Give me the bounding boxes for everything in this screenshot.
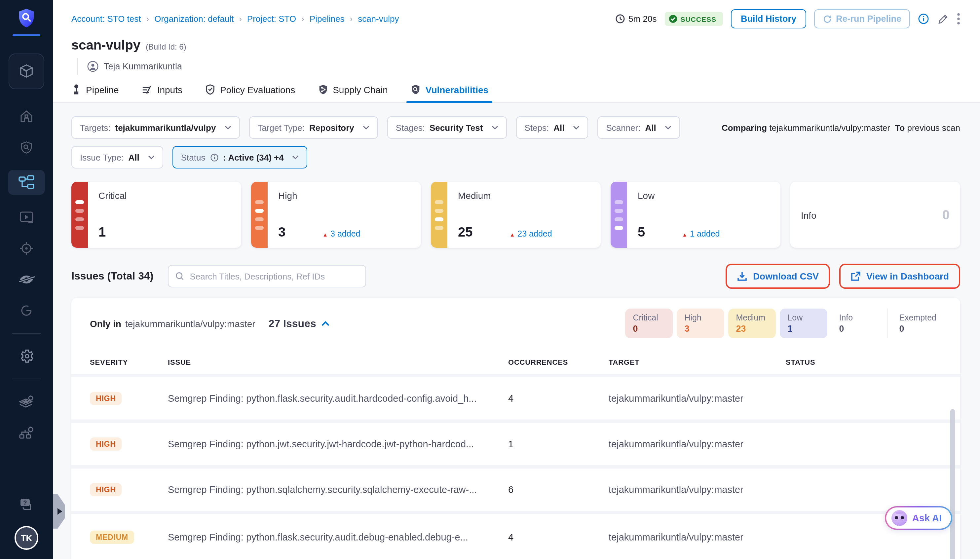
search-input[interactable]	[190, 271, 359, 281]
build-history-button[interactable]: Build History	[731, 9, 806, 28]
sidebar-item-pipelines-active[interactable]	[8, 170, 45, 195]
breadcrumb-current[interactable]: scan-vulpy	[358, 14, 399, 24]
sidebar-item-security-overview[interactable]	[8, 139, 45, 156]
vulnerabilities-shield-icon	[410, 84, 421, 95]
sidebar-item-exemptions[interactable]	[8, 271, 45, 288]
expand-arrow-icon	[57, 508, 62, 515]
severity-badge: HIGH	[90, 392, 122, 405]
download-icon	[737, 271, 748, 281]
chevron-down-icon	[573, 126, 580, 129]
pencil-icon	[937, 13, 949, 25]
table-row[interactable]: MEDIUM Semgrep Finding: python.flask.sec…	[71, 514, 960, 559]
download-csv-button[interactable]: Download CSV	[726, 264, 830, 289]
tab-supply-chain[interactable]: Supply Chain	[317, 84, 388, 103]
target-crosshair-icon	[18, 240, 35, 256]
page-title: scan-vulpy	[71, 38, 140, 53]
breadcrumb-account-link[interactable]: Account: STO test	[71, 14, 141, 24]
sidebar-item-org-settings[interactable]	[8, 393, 45, 410]
filter-target-type[interactable]: Target Type:Repository	[249, 116, 378, 139]
tab-policy-evaluations[interactable]: Policy Evaluations	[205, 84, 295, 103]
issues-total-heading: Issues (Total 34)	[71, 270, 153, 282]
breadcrumb-separator: ›	[239, 14, 242, 24]
added-delta: ▲3 added	[322, 229, 360, 238]
chevron-down-icon	[665, 126, 671, 129]
module-selector-button[interactable]	[8, 53, 44, 89]
severity-count-chips: Critical0 High3 Medium23 Low1 Info0 Exem…	[621, 309, 944, 338]
view-in-dashboard-button[interactable]: View in Dashboard	[839, 264, 960, 289]
clock-icon	[615, 14, 625, 24]
card-label: Critical	[99, 190, 231, 201]
up-triangle-icon: ▲	[322, 232, 328, 238]
rerun-pipeline-button[interactable]: Re-run Pipeline	[814, 9, 910, 28]
issue-title[interactable]: Semgrep Finding: python.flask.security.a…	[168, 532, 508, 542]
group-issue-count: 27 Issues	[269, 318, 330, 329]
sidebar-item-account-resources[interactable]	[8, 424, 45, 442]
filter-targets[interactable]: Targets:tejakummarikuntla/vulpy	[71, 116, 240, 139]
target-name: tejakummarikuntla/vulpy:master	[609, 532, 786, 542]
added-delta: ▲23 added	[510, 229, 552, 238]
severity-card-medium[interactable]: Medium 25 ▲23 added	[431, 182, 601, 248]
eye-off-icon	[18, 272, 35, 287]
card-label: Medium	[458, 190, 590, 201]
issues-search[interactable]	[168, 265, 366, 288]
more-options-button[interactable]	[957, 13, 960, 25]
user-avatar[interactable]: TK	[15, 526, 38, 550]
card-label: High	[278, 190, 410, 201]
build-duration: 5m 20s	[615, 14, 656, 24]
filter-status[interactable]: Status : Active (34) +4	[172, 146, 307, 169]
severity-card-info[interactable]: Info 0	[790, 182, 960, 248]
issues-table-panel: Only in tejakummarikuntla/vulpy:master 2…	[71, 298, 960, 559]
sidebar-item-home[interactable]	[8, 108, 45, 125]
table-row[interactable]: HIGH Semgrep Finding: python.flask.secur…	[71, 377, 960, 420]
card-label: Low	[638, 190, 770, 201]
tab-pipeline[interactable]: Pipeline	[71, 84, 119, 103]
severity-card-low[interactable]: Low 5 ▲1 added	[611, 182, 780, 248]
pipeline-info-button[interactable]	[918, 13, 929, 25]
breadcrumb-project-link[interactable]: Project: STO	[247, 14, 296, 24]
ask-ai-button[interactable]: Ask AI	[885, 506, 952, 530]
check-circle-icon	[668, 15, 677, 23]
table-row[interactable]: HIGH Semgrep Finding: python.sqlalchemy.…	[71, 468, 960, 511]
tab-inputs[interactable]: Inputs	[141, 84, 182, 103]
filter-scanner[interactable]: Scanner:All	[597, 116, 680, 139]
tab-vulnerabilities[interactable]: Vulnerabilities	[410, 84, 488, 103]
help-chat-button[interactable]: ?	[18, 497, 35, 513]
home-icon	[18, 108, 35, 124]
nav-accent-divider	[13, 34, 40, 36]
card-label: Info	[801, 210, 816, 220]
target-name: tejakummarikuntla/vulpy:master	[609, 393, 786, 404]
group-header[interactable]: Only in tejakummarikuntla/vulpy:master 2…	[90, 318, 330, 329]
filter-steps[interactable]: Steps:All	[516, 116, 588, 139]
chevron-down-icon	[148, 155, 155, 159]
severity-card-high[interactable]: High 3 ▲3 added	[251, 182, 421, 248]
filter-stages[interactable]: Stages:Security Test	[387, 116, 507, 139]
card-count: 25	[458, 225, 473, 240]
table-scrollbar[interactable]	[950, 409, 955, 559]
top-bar: Account: STO test› Organization: default…	[53, 0, 980, 35]
filter-issue-type[interactable]: Issue Type:All	[71, 146, 163, 169]
table-row[interactable]: HIGH Semgrep Finding: python.jwt.securit…	[71, 423, 960, 465]
chip-medium: Medium23	[728, 309, 775, 338]
sidebar-item-test-targets[interactable]	[8, 240, 45, 257]
issue-title[interactable]: Semgrep Finding: python.flask.security.a…	[168, 393, 508, 404]
sidebar-item-getting-started[interactable]	[8, 302, 45, 319]
nav-divider	[12, 379, 41, 379]
chevron-down-icon	[224, 126, 231, 129]
chevron-down-icon	[293, 155, 299, 159]
severity-card-critical[interactable]: Critical 1	[71, 182, 241, 248]
execution-tabs: Pipeline Inputs Policy Evaluations	[53, 74, 980, 103]
chip-exempted: Exempted0	[886, 309, 944, 338]
comparing-label: Comparing tejakummarikuntla/vulpy:master…	[722, 122, 960, 132]
issue-title[interactable]: Semgrep Finding: python.jwt.security.jwt…	[168, 439, 508, 449]
breadcrumb-org-link[interactable]: Organization: default	[154, 14, 234, 24]
hierarchy-gear-icon	[18, 425, 35, 441]
supply-chain-shield-icon	[317, 84, 328, 95]
chevron-up-icon[interactable]	[322, 321, 330, 326]
sidebar-item-project-settings[interactable]	[8, 347, 45, 365]
sidebar-item-executions[interactable]	[8, 209, 45, 226]
chip-info: Info0	[831, 309, 879, 338]
issue-title[interactable]: Semgrep Finding: python.sqlalchemy.secur…	[168, 485, 508, 495]
breadcrumb-pipelines-link[interactable]: Pipelines	[310, 14, 345, 24]
edit-pipeline-button[interactable]	[937, 13, 949, 25]
kebab-menu-icon	[957, 13, 960, 25]
